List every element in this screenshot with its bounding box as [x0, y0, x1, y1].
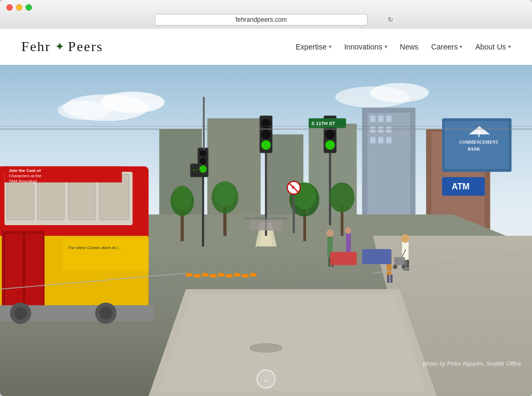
- svg-rect-88: [63, 238, 149, 270]
- svg-point-49: [261, 119, 271, 128]
- svg-rect-120: [210, 274, 217, 277]
- svg-rect-130: [250, 220, 282, 230]
- browser-chrome: fehrandpeers.com ↻: [0, 0, 532, 29]
- svg-text:Characters at the: Characters at the: [9, 174, 41, 178]
- svg-point-116: [345, 227, 351, 234]
- svg-rect-129: [362, 249, 392, 264]
- logo-icon: ✦: [55, 40, 64, 54]
- svg-rect-10: [386, 116, 392, 122]
- svg-point-104: [393, 265, 397, 269]
- refresh-icon[interactable]: ↻: [388, 16, 393, 24]
- chevron-down-icon: ⌄: [263, 375, 269, 384]
- svg-text:P: P: [292, 185, 294, 190]
- svg-rect-83: [25, 233, 44, 308]
- chevron-down-icon: ▾: [385, 44, 387, 50]
- navigation: Fehr ✦ Peers Expertise ▾ Innovations ▾ N…: [0, 29, 532, 65]
- chevron-down-icon: ▾: [460, 44, 462, 50]
- svg-rect-11: [370, 126, 376, 133]
- svg-rect-119: [202, 273, 209, 276]
- svg-rect-70: [293, 191, 295, 233]
- svg-rect-22: [478, 126, 479, 137]
- nav-item-innovations[interactable]: Innovations ▾: [344, 43, 387, 51]
- svg-rect-110: [390, 275, 393, 283]
- svg-rect-15: [378, 137, 384, 143]
- svg-point-42: [200, 150, 207, 157]
- nav-links: Expertise ▾ Innovations ▾ News Careers ▾…: [296, 43, 511, 51]
- svg-rect-109: [387, 275, 389, 283]
- svg-rect-16: [386, 137, 392, 143]
- scroll-down-button[interactable]: ⌄: [256, 369, 276, 389]
- svg-point-64: [214, 182, 236, 207]
- nav-label-expertise: Expertise: [296, 43, 327, 51]
- svg-rect-115: [346, 233, 351, 253]
- nav-label-careers: Careers: [431, 43, 458, 51]
- svg-rect-121: [218, 273, 225, 276]
- svg-rect-13: [386, 126, 392, 133]
- svg-text:BANK: BANK: [468, 147, 480, 152]
- svg-point-100: [401, 234, 410, 243]
- svg-text:←: ←: [192, 165, 199, 174]
- logo-text-first: Fehr: [21, 39, 51, 55]
- svg-point-69: [329, 183, 354, 212]
- logo[interactable]: Fehr ✦ Peers: [21, 39, 103, 55]
- close-button[interactable]: [6, 4, 13, 11]
- svg-rect-12: [378, 126, 384, 133]
- svg-point-92: [14, 307, 27, 319]
- svg-text:Join the Cast of: Join the Cast of: [9, 168, 40, 173]
- svg-point-5: [370, 83, 429, 102]
- maximize-button[interactable]: [26, 4, 32, 11]
- svg-rect-117: [186, 273, 193, 276]
- chevron-down-icon: ▾: [329, 44, 331, 50]
- minimize-button[interactable]: [16, 4, 22, 11]
- nav-label-news: News: [400, 43, 419, 51]
- browser-addressbar: fehrandpeers.com ↻: [6, 14, 526, 26]
- svg-rect-131: [245, 217, 287, 220]
- svg-text:COMMENCEMENT: COMMENCEMENT: [459, 140, 498, 145]
- hero-image: COMMENCEMENT BANK ATM: [0, 65, 532, 396]
- photo-credit: photo by Peter Nguyen, Seattle Office: [423, 360, 521, 367]
- svg-point-51: [261, 140, 271, 150]
- svg-point-105: [402, 265, 406, 269]
- logo-text-second: Peers: [68, 39, 103, 55]
- svg-point-43: [200, 158, 207, 165]
- nav-item-about-us[interactable]: About Us ▾: [475, 43, 511, 51]
- svg-point-55: [325, 129, 335, 139]
- svg-rect-123: [234, 273, 240, 276]
- svg-point-112: [326, 229, 334, 237]
- svg-rect-103: [394, 257, 405, 265]
- hero-section: COMMENCEMENT BANK ATM: [0, 65, 532, 396]
- svg-point-3: [58, 101, 111, 120]
- chevron-down-icon: ▾: [508, 44, 511, 50]
- nav-label-about-us: About Us: [475, 43, 506, 51]
- browser-titlebar: [6, 4, 526, 11]
- svg-point-94: [99, 307, 112, 319]
- svg-text:S 11TH ST: S 11TH ST: [311, 121, 335, 126]
- svg-point-61: [172, 186, 192, 209]
- svg-rect-8: [370, 116, 376, 122]
- svg-rect-128: [330, 252, 356, 265]
- svg-point-44: [200, 166, 207, 173]
- nav-label-innovations: Innovations: [344, 43, 383, 51]
- svg-rect-118: [194, 274, 201, 277]
- svg-text:ATM: ATM: [452, 182, 470, 191]
- address-bar[interactable]: fehrandpeers.com: [155, 14, 368, 26]
- svg-rect-125: [250, 273, 256, 276]
- svg-rect-9: [378, 116, 384, 122]
- svg-point-56: [325, 140, 335, 150]
- website: Fehr ✦ Peers Expertise ▾ Innovations ▾ N…: [0, 29, 532, 396]
- nav-item-expertise[interactable]: Expertise ▾: [296, 43, 331, 51]
- nav-item-news[interactable]: News: [400, 43, 419, 51]
- svg-marker-37: [159, 294, 426, 391]
- browser-window: fehrandpeers.com ↻ Fehr ✦ Peers Expertis…: [0, 0, 532, 396]
- svg-point-38: [250, 344, 282, 352]
- svg-point-50: [261, 129, 271, 139]
- svg-rect-82: [4, 233, 23, 308]
- svg-text:The West Comes Alive at t...: The West Comes Alive at t...: [68, 245, 121, 250]
- nav-item-careers[interactable]: Careers ▾: [431, 43, 463, 51]
- svg-rect-122: [226, 274, 232, 277]
- hero-scene-svg: COMMENCEMENT BANK ATM: [0, 65, 532, 396]
- svg-rect-14: [370, 137, 376, 143]
- svg-rect-124: [242, 274, 248, 277]
- svg-text:TAM Roundup!: TAM Roundup!: [9, 179, 37, 184]
